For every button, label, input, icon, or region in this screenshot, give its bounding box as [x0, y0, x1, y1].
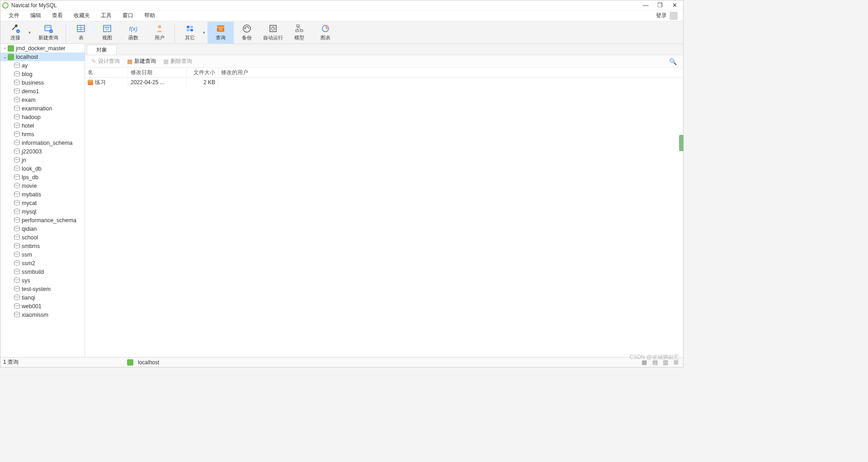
database-icon [14, 235, 20, 240]
database-information_schema[interactable]: information_schema [0, 138, 85, 147]
menu-1[interactable]: 编辑 [25, 10, 47, 21]
delete-icon: ▦ [163, 58, 169, 65]
database-icon [14, 210, 20, 214]
maximize-button[interactable]: ❐ [657, 2, 663, 9]
toolbar-function[interactable]: f(x)函数 [120, 22, 146, 43]
new-query-button[interactable]: ▦新建查询 [123, 56, 160, 67]
database-test-system[interactable]: test-system [0, 285, 85, 293]
menu-2[interactable]: 查看 [47, 10, 68, 21]
database-business[interactable]: business [0, 78, 85, 87]
database-icon [14, 201, 20, 205]
toolbar-other[interactable]: 其它 [177, 22, 203, 43]
search-icon[interactable]: 🔍 [669, 58, 680, 65]
autorun-icon [268, 24, 278, 33]
menu-5[interactable]: 窗口 [117, 10, 139, 21]
statusbar: 1 查询 localhost ▦ ▤ ▥ ⊞ [0, 357, 683, 367]
database-icon [14, 132, 20, 137]
database-ssm[interactable]: ssm [0, 250, 85, 259]
database-movie[interactable]: movie [0, 181, 85, 190]
svg-text:f(x): f(x) [129, 25, 138, 32]
toolbar-view[interactable]: 视图 [94, 22, 120, 43]
design-icon: ✎ [91, 58, 96, 65]
login-button[interactable]: 登录 [653, 12, 680, 20]
connection-jmd_docker_master[interactable]: ›jmd_docker_master [0, 44, 85, 52]
database-examination[interactable]: examination [0, 104, 85, 113]
minimize-button[interactable]: — [642, 2, 649, 9]
backup-icon [242, 24, 252, 33]
connection-localhost[interactable]: ⌄localhost [0, 52, 85, 61]
database-qidian[interactable]: qidian [0, 224, 85, 233]
svg-text:+: + [50, 29, 52, 33]
database-mysql[interactable]: mysql [0, 207, 85, 216]
other-dropdown[interactable]: ▾ [203, 30, 208, 35]
list-row[interactable]: 练习2022-04-25 ...2 KB [85, 78, 683, 87]
database-icon [14, 167, 20, 171]
database-mycat[interactable]: mycat [0, 199, 85, 207]
database-icon [14, 81, 20, 85]
database-demo1[interactable]: demo1 [0, 87, 85, 95]
col-date[interactable]: 修改日期 [128, 68, 187, 77]
toolbar-table[interactable]: 表 [68, 22, 94, 43]
database-xiaomissm[interactable]: xiaomissm [0, 310, 85, 319]
database-lps_db[interactable]: lps_db [0, 173, 85, 181]
col-user[interactable]: 修改的用户 [218, 68, 683, 77]
toolbar-autorun[interactable]: 自动运行 [260, 22, 286, 43]
database-jn[interactable]: jn [0, 156, 85, 164]
database-ssmbuild[interactable]: ssmbuild [0, 267, 85, 276]
list-header: 名 修改日期 文件大小 修改的用户 [85, 68, 683, 78]
database-sys[interactable]: sys [0, 276, 85, 285]
expand-arrow-icon[interactable]: ⌄ [2, 54, 8, 59]
database-ay[interactable]: ay [0, 61, 85, 70]
titlebar: Navicat for MySQL — ❐ ✕ [0, 0, 683, 10]
svg-point-12 [106, 27, 108, 30]
database-look_db[interactable]: look_db [0, 164, 85, 173]
menu-3[interactable]: 收藏夹 [68, 10, 95, 21]
database-icon [14, 261, 20, 266]
expand-arrow-icon[interactable]: › [2, 46, 8, 51]
new-query-icon: ▦ [127, 58, 132, 65]
database-icon [14, 124, 20, 128]
database-tianqi[interactable]: tianqi [0, 293, 85, 302]
svg-line-33 [297, 27, 298, 30]
tab-objects[interactable]: 对象 [87, 45, 117, 55]
database-hotel[interactable]: hotel [0, 121, 85, 130]
toolbar-chart[interactable]: 图表 [312, 22, 339, 43]
database-icon [14, 278, 20, 283]
database-hrms[interactable]: hrms [0, 130, 85, 138]
toolbar-user[interactable]: 用户 [146, 22, 173, 43]
delete-query-button[interactable]: ▦删除查询 [160, 56, 196, 67]
toolbar-model[interactable]: 模型 [286, 22, 312, 43]
database-smbms[interactable]: smbms [0, 242, 85, 250]
database-ssm2[interactable]: ssm2 [0, 259, 85, 267]
toolbar-newquery[interactable]: +新建查询 [33, 22, 64, 43]
connection-tree[interactable]: ›jmd_docker_master⌄localhostayblogbusine… [0, 44, 85, 357]
toolbar-connect[interactable]: +连接 [2, 22, 28, 43]
database-web001[interactable]: web001 [0, 302, 85, 310]
close-button[interactable]: ✕ [671, 2, 678, 9]
toolbar-backup[interactable]: 备份 [234, 22, 260, 43]
database-blog[interactable]: blog [0, 70, 85, 78]
database-j220303[interactable]: j220303 [0, 147, 85, 156]
query-icon [216, 24, 226, 33]
database-mybatis[interactable]: mybatis [0, 190, 85, 199]
col-name[interactable]: 名 [85, 68, 128, 77]
chart-icon [321, 24, 330, 33]
menu-4[interactable]: 工具 [95, 10, 117, 21]
database-school[interactable]: school [0, 233, 85, 242]
toolbar-query[interactable]: 查询 [208, 22, 234, 43]
connect-dropdown[interactable]: ▾ [28, 30, 33, 35]
database-icon [14, 72, 20, 76]
svg-point-24 [243, 25, 250, 32]
menu-6[interactable]: 帮助 [139, 10, 160, 21]
menu-0[interactable]: 文件 [3, 10, 25, 21]
svg-rect-31 [296, 30, 298, 32]
design-query-button[interactable]: ✎设计查询 [88, 56, 123, 67]
database-hadoop[interactable]: hadoop [0, 113, 85, 121]
svg-point-15 [158, 25, 161, 29]
database-performance_schema[interactable]: performance_schema [0, 216, 85, 224]
main-panel: 对象 ✎设计查询 ▦新建查询 ▦删除查询 🔍 名 修改日期 文件大小 修改的用户… [85, 44, 683, 357]
col-size[interactable]: 文件大小 [187, 68, 218, 77]
database-icon [14, 115, 20, 119]
side-panel-handle[interactable] [679, 135, 684, 151]
database-exam[interactable]: exam [0, 95, 85, 104]
